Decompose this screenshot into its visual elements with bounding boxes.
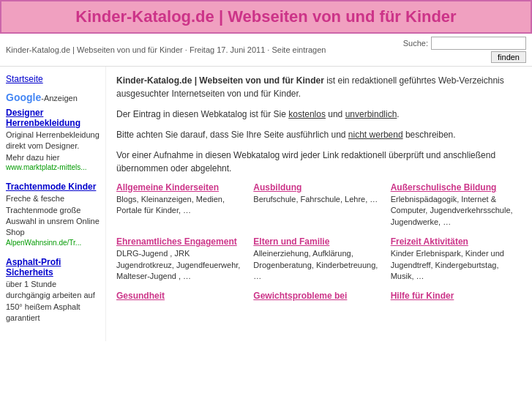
- category-desc-4: Alleinerziehung, Aufklärung, Drogenberat…: [253, 248, 384, 282]
- google-suffix: -Anzeigen: [41, 94, 78, 102]
- ad-text-1: Original Herrenbekleidung direkt vom Des…: [6, 130, 100, 163]
- ad-link-1: www.marktplatz-mittels...: [6, 163, 100, 171]
- category-title-4[interactable]: Eltern und Familie: [253, 236, 384, 247]
- category-title-8[interactable]: Hilfe für Kinder: [391, 291, 522, 301]
- intro2-text: Der Eintrag in diesen Webkatalog ist für…: [116, 109, 288, 119]
- ad-title-1[interactable]: Designer Herrenbekleidung: [6, 108, 100, 128]
- intro-bold: Kinder-Katalog.de | Webseiten von und fü…: [116, 75, 324, 86]
- intro2-link1[interactable]: kostenlos: [288, 109, 326, 119]
- top-bar: Kinder-Katalog.de | Webseiten von und fü…: [0, 34, 532, 67]
- category-item-0: Allgemeine KinderseitenBlogs, Kleinanzei…: [116, 182, 247, 228]
- main-layout: Startseite Google-Anzeigen Designer Herr…: [0, 67, 532, 341]
- search-area: Suche: finden: [403, 37, 526, 63]
- category-item-7: Gewichtsprobleme bei: [253, 291, 384, 302]
- category-desc-1: Berufschule, Fahrschule, Lehre, …: [253, 194, 384, 205]
- google-label: Google-Anzeigen: [6, 92, 100, 103]
- intro2-link2[interactable]: unverbindlich: [345, 109, 397, 119]
- category-desc-2: Erlebnispädagogik, Internet & Computer, …: [391, 194, 522, 228]
- intro2-end: .: [397, 109, 399, 119]
- intro3-end: beschreiben.: [403, 130, 456, 140]
- content-area: Kinder-Katalog.de | Webseiten von und fü…: [106, 67, 532, 341]
- ad-text-3: über 1 Stunde durchgängig arbeiten auf 1…: [6, 279, 100, 324]
- ad-text-2: Freche & fesche Trachtenmode große Auswa…: [6, 193, 100, 239]
- intro3-link[interactable]: nicht werbend: [348, 130, 403, 140]
- category-title-1[interactable]: Ausbildung: [253, 182, 384, 193]
- search-label: Suche:: [403, 39, 428, 48]
- intro-paragraph-2: Der Eintrag in diesen Webkatalog ist für…: [116, 108, 522, 121]
- ad-title-2[interactable]: Trachtenmode Kinder: [6, 182, 100, 192]
- breadcrumb: Kinder-Katalog.de | Webseiten von und fü…: [6, 45, 326, 54]
- category-title-0[interactable]: Allgemeine Kinderseiten: [116, 182, 247, 193]
- category-title-5[interactable]: Freizeit Aktivitäten: [391, 236, 522, 247]
- category-item-4: Eltern und FamilieAlleinerziehung, Aufkl…: [253, 236, 384, 282]
- google-text: Google: [6, 92, 41, 103]
- ad-block-3: Asphalt-Profi Sicherheits über 1 Stunde …: [6, 257, 100, 324]
- category-title-7[interactable]: Gewichtsprobleme bei: [253, 291, 384, 301]
- intro2-mid: und: [326, 109, 345, 119]
- category-title-3[interactable]: Ehrenamtliches Engagement: [116, 236, 247, 247]
- search-input[interactable]: [431, 37, 526, 50]
- category-title-2[interactable]: Außerschulische Bildung: [391, 182, 522, 193]
- startseite-link[interactable]: Startseite: [6, 74, 100, 84]
- ad-title-3[interactable]: Asphalt-Profi Sicherheits: [6, 257, 100, 277]
- intro-paragraph-1: Kinder-Katalog.de | Webseiten von und fü…: [116, 74, 522, 100]
- ad-block-2: Trachtenmode Kinder Freche & fesche Trac…: [6, 182, 100, 247]
- ad-link-2: AlpenWahnsinn.de/Tr...: [6, 239, 100, 247]
- intro-paragraph-4: Vor einer Aufnahme in diesen Webkatalog …: [116, 149, 522, 175]
- category-desc-5: Kinder Erlebnispark, Kinder und Jugendtr…: [391, 248, 522, 282]
- category-desc-0: Blogs, Kleinanzeigen, Medien, Portale fü…: [116, 194, 247, 217]
- intro3-text: Bitte achten Sie darauf, dass Sie Ihre S…: [116, 130, 348, 140]
- category-item-8: Hilfe für Kinder: [391, 291, 522, 302]
- category-item-1: AusbildungBerufschule, Fahrschule, Lehre…: [253, 182, 384, 228]
- category-item-3: Ehrenamtliches EngagementDLRG-Jugend , J…: [116, 236, 247, 282]
- category-desc-3: DLRG-Jugend , JRK Jugendrotkreuz, Jugend…: [116, 248, 247, 282]
- sidebar: Startseite Google-Anzeigen Designer Herr…: [0, 67, 106, 341]
- ad-block-1: Designer Herrenbekleidung Original Herre…: [6, 108, 100, 171]
- category-item-2: Außerschulische BildungErlebnispädagogik…: [391, 182, 522, 228]
- category-title-6[interactable]: Gesundheit: [116, 291, 247, 301]
- search-button[interactable]: finden: [491, 51, 526, 63]
- category-item-5: Freizeit AktivitätenKinder Erlebnispark,…: [391, 236, 522, 282]
- category-item-6: Gesundheit: [116, 291, 247, 302]
- site-title: Kinder-Katalog.de | Webseiten von und fü…: [10, 7, 522, 26]
- page-header: Kinder-Katalog.de | Webseiten von und fü…: [0, 0, 532, 34]
- intro-paragraph-3: Bitte achten Sie darauf, dass Sie Ihre S…: [116, 128, 522, 141]
- categories-grid: Allgemeine KinderseitenBlogs, Kleinanzei…: [116, 182, 522, 302]
